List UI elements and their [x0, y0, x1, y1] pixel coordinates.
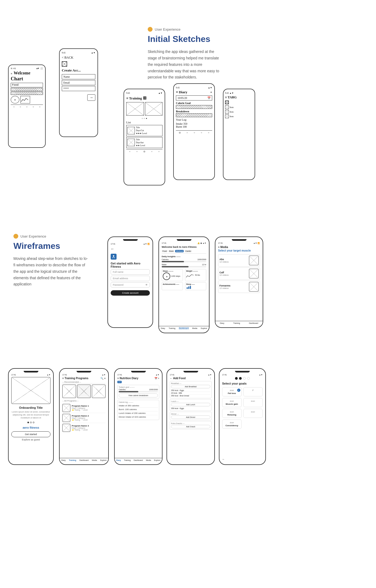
wf-phone-goals: 17:41▲▼ Select your goals ✓ icon Fat los…	[219, 368, 266, 465]
svg-point-3	[113, 257, 114, 257]
wf-phone-media: 17:41▲▼ 📶 ≡ Media Select your target mus…	[215, 236, 263, 328]
svg-point-0	[113, 255, 114, 257]
svg-point-2	[114, 257, 115, 258]
sketch-phone-training: 9:41▲▼ ≡ Training ⊞ ○○● List TitleDays/C…	[124, 89, 165, 185]
sketch-phone-create-acc: 9:41▲▼ < BACK Create Acc... Name Email *…	[59, 48, 98, 137]
wf-phone-add-food: 17:41▲▼ ← Add Food ⋮ Breakfast --- Add B…	[167, 368, 215, 465]
svg-rect-6	[190, 286, 191, 289]
svg-point-1	[113, 257, 113, 258]
svg-rect-4	[187, 287, 188, 289]
sketch-phone-target: 9:41 ▲▼ ≡ TARG Item Item	[223, 89, 255, 180]
section-sketches: User Experience Initial Sketches Sketchi…	[0, 0, 376, 212]
wireframes-row2: 17:41▲▼ Onboarding Title Lorem ipsum dol…	[0, 368, 376, 481]
sketch-phone-welcome: 9:41▲▼ ⬜ ≡ Welcome Chart Food ● ○○○○○ 5 …	[8, 64, 46, 148]
sketches-container: 9:41▲▼ ⬜ ≡ Welcome Chart Food ● ○○○○○ 5 …	[0, 21, 376, 196]
svg-rect-5	[188, 286, 189, 289]
wf-phone-training-programs: 17:41▲▼ ≡ Training Programs 🔍≡ -- Recomm…	[59, 368, 109, 465]
page-wrapper: User Experience Initial Sketches Sketchi…	[0, 0, 376, 503]
wireframes-row1: 17:41▲▼ 📶 ← Get started with Aero Fitnes…	[0, 228, 376, 341]
wf-phone-signup: 17:41▲▼ 📶 ← Get started with Aero Fitnes…	[107, 236, 153, 328]
wf-phone-dashboard: 17:41🔔 ◉ ▲▼ Welcome back to Aero Fitness…	[158, 236, 209, 333]
wf-phone-onboarding: 17:41▲▼ Onboarding Title Lorem ipsum dol…	[8, 368, 54, 465]
wf-phone-nutrition: 17:41▲▼ ≡ Nutrition Diary 📅+ 7/7 Today's…	[114, 368, 162, 465]
section-wireframes2: 17:41▲▼ Onboarding Title Lorem ipsum dol…	[0, 357, 376, 503]
section-wireframes: User Experience Wireframes Moving ahead …	[0, 212, 376, 357]
sketch-phone-diary: 9:41▲▼ ≡ Diary + 10/05/20📅 Calorie Goal …	[173, 83, 215, 180]
